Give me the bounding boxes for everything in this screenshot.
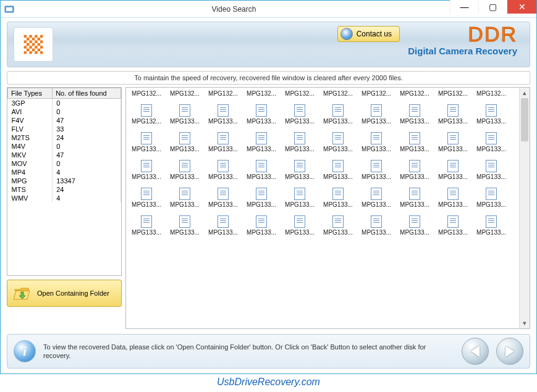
file-item[interactable]: MPG132...: [166, 90, 204, 97]
next-button[interactable]: [496, 338, 523, 365]
file-item[interactable]: MPG133...: [127, 201, 166, 208]
file-item[interactable]: MPG133...: [434, 201, 472, 208]
file-item[interactable]: MPG133...: [281, 118, 319, 125]
scroll-up-icon[interactable]: ▴: [520, 88, 530, 98]
table-row[interactable]: F4V47: [8, 116, 121, 125]
table-row[interactable]: MOV0: [8, 159, 121, 168]
file-item[interactable]: MPG132...: [127, 90, 166, 97]
file-item[interactable]: MPG133...: [204, 229, 242, 236]
file-item[interactable]: MPG133...: [242, 229, 281, 236]
file-item[interactable]: MPG133...: [242, 201, 281, 208]
table-row[interactable]: M2TS24: [8, 133, 121, 142]
file-item[interactable]: MPG133...: [472, 229, 510, 236]
file-item[interactable]: MPG133...: [434, 118, 472, 125]
file-item[interactable]: MPG132...: [204, 90, 242, 97]
recovered-files-pane[interactable]: MPG132...MPG132...MPG132...MPG132...MPG1…: [125, 87, 530, 329]
file-item[interactable]: MPG133...: [281, 173, 319, 180]
file-item[interactable]: MPG133...: [395, 173, 434, 180]
folder-open-icon: [14, 286, 31, 301]
file-types-table[interactable]: File Types No. of files found 3GP0AVI0F4…: [7, 87, 122, 276]
file-item[interactable]: MPG133...: [319, 118, 357, 125]
table-row[interactable]: WMV4: [8, 194, 121, 202]
file-item[interactable]: MPG133...: [357, 118, 395, 125]
file-item[interactable]: MPG133...: [434, 173, 472, 180]
cell-count: 33: [53, 125, 121, 133]
col-files-found[interactable]: No. of files found: [53, 88, 121, 99]
file-item[interactable]: MPG133...: [472, 118, 510, 125]
file-item[interactable]: MPG133...: [395, 146, 434, 152]
vertical-scrollbar[interactable]: ▴ ▾: [519, 88, 530, 328]
file-item[interactable]: MPG133...: [281, 229, 319, 236]
file-icon: [447, 104, 459, 117]
file-item[interactable]: MPG133...: [204, 118, 242, 125]
table-row[interactable]: 3GP0: [8, 99, 121, 108]
file-icon: [294, 160, 305, 172]
file-item[interactable]: MPG133...: [204, 146, 242, 152]
table-row[interactable]: AVI0: [8, 107, 121, 116]
file-item[interactable]: MPG133...: [357, 146, 395, 152]
file-item[interactable]: MPG132...: [357, 90, 395, 97]
file-icon: [486, 188, 497, 200]
svg-rect-8: [32, 38, 35, 40]
scroll-track[interactable]: [520, 98, 530, 318]
back-button[interactable]: [462, 338, 489, 365]
scroll-down-icon[interactable]: ▾: [520, 318, 530, 328]
file-item[interactable]: MPG133...: [281, 146, 319, 152]
file-item[interactable]: MPG133...: [319, 173, 357, 180]
file-item[interactable]: MPG133...: [357, 201, 395, 208]
file-item[interactable]: MPG133...: [319, 229, 357, 236]
table-row[interactable]: FLV33: [8, 125, 121, 133]
table-row[interactable]: MP44: [8, 168, 121, 177]
open-containing-folder-button[interactable]: Open Containing Folder: [7, 280, 122, 307]
table-row[interactable]: M4V0: [8, 142, 121, 151]
file-item[interactable]: MPG132...: [281, 90, 319, 97]
file-item[interactable]: MPG133...: [395, 229, 434, 236]
table-row[interactable]: MPG13347: [8, 177, 121, 185]
file-item[interactable]: MPG133...: [204, 173, 242, 180]
file-item[interactable]: MPG132...: [395, 90, 434, 97]
table-row[interactable]: MTS24: [8, 185, 121, 194]
file-item[interactable]: MPG133...: [319, 201, 357, 208]
file-item[interactable]: MPG133...: [434, 229, 472, 236]
file-item[interactable]: MPG133...: [434, 146, 472, 152]
file-item[interactable]: MPG133...: [127, 229, 166, 236]
table-row[interactable]: MKV47: [8, 151, 121, 159]
file-item[interactable]: MPG133...: [472, 146, 510, 152]
file-item[interactable]: MPG133...: [395, 201, 434, 208]
file-item[interactable]: MPG133...: [357, 173, 395, 180]
col-file-types[interactable]: File Types: [8, 88, 53, 99]
file-item[interactable]: MPG133...: [166, 173, 204, 180]
file-item[interactable]: MPG132...: [434, 90, 472, 97]
file-icon: [141, 215, 152, 228]
file-item[interactable]: MPG133...: [127, 146, 166, 152]
file-item[interactable]: MPG133...: [472, 201, 510, 208]
file-item[interactable]: MPG133...: [166, 201, 204, 208]
file-item[interactable]: MPG132...: [472, 90, 510, 97]
file-item[interactable]: MPG133...: [166, 118, 204, 125]
file-item[interactable]: MPG133...: [242, 146, 281, 152]
file-item[interactable]: MPG132...: [319, 90, 357, 97]
file-item[interactable]: MPG133...: [166, 146, 204, 152]
file-icon: [256, 132, 267, 144]
file-item[interactable]: MPG133...: [472, 173, 510, 180]
file-item[interactable]: MPG133...: [395, 118, 434, 125]
scroll-thumb[interactable]: [521, 98, 528, 141]
file-item[interactable]: MPG132...: [242, 90, 281, 97]
file-item[interactable]: MPG133...: [242, 173, 281, 180]
file-item[interactable]: MPG132...: [127, 118, 166, 125]
svg-rect-1: [6, 7, 12, 11]
file-item[interactable]: MPG133...: [166, 229, 204, 236]
site-link[interactable]: UsbDriveRecovery.com: [0, 377, 537, 388]
file-item[interactable]: MPG133...: [319, 146, 357, 152]
maximize-button[interactable]: ▢: [478, 0, 507, 14]
file-item[interactable]: MPG133...: [242, 118, 281, 125]
file-item[interactable]: MPG133...: [357, 229, 395, 236]
file-icon: [141, 188, 152, 200]
contact-us-button[interactable]: Contact us: [337, 26, 400, 42]
minimize-button[interactable]: —: [450, 0, 478, 14]
file-item[interactable]: MPG133...: [281, 201, 319, 208]
close-button[interactable]: ✕: [507, 0, 536, 14]
file-item[interactable]: MPG133...: [127, 173, 166, 180]
file-item[interactable]: MPG133...: [204, 201, 242, 208]
file-icon: [447, 215, 459, 228]
